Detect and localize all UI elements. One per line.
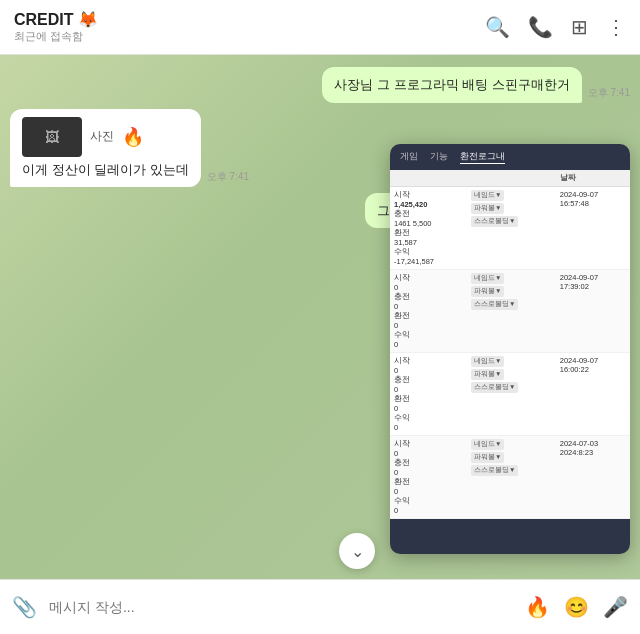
select-option[interactable]: 스스로볼딩▼ (471, 299, 518, 310)
select-option[interactable]: 네임드▼ (471, 273, 504, 284)
select-option[interactable]: 네임드▼ (471, 190, 504, 201)
fire-icon[interactable]: 🔥 (525, 595, 550, 619)
contact-name: CREDIT 🦊 (14, 10, 98, 29)
cell-selects: 네임드▼ 파워볼▼ 스스로볼딩▼ (467, 270, 556, 353)
chevron-down-icon: ⌄ (351, 542, 364, 561)
tab-function[interactable]: 기능 (430, 150, 448, 164)
data-table: 날짜 시작 1,425,420 충전 1461 5,500 환전 31,587 … (390, 170, 630, 519)
cell-selects: 네임드▼ 파워볼▼ 스스로볼딩▼ (467, 436, 556, 519)
photo-message-bubble: 🖼 사진 🔥 이게 정산이 딜레이가 있는데 (10, 109, 201, 187)
cell-details: 시작 0 충전 0 환전 0 수익 0 (390, 436, 467, 519)
phone-icon[interactable]: 📞 (528, 15, 553, 39)
photo-label: 사진 (90, 128, 114, 145)
cell-selects: 네임드▼ 파워볼▼ 스스로볼딩▼ (467, 353, 556, 436)
table-row: 시작 1,425,420 충전 1461 5,500 환전 31,587 수익 … (390, 187, 630, 270)
input-bar: 📎 🔥 😊 🎤 (0, 579, 640, 634)
select-option[interactable]: 네임드▼ (471, 439, 504, 450)
message-time: 오후 7:41 (207, 170, 249, 184)
message-text: 사장님 그 프로그라믹 배팅 스핀구매한거 (334, 77, 569, 92)
table-row: 시작 0 충전 0 환전 0 수익 0 네임드▼ 파워볼▼ 스스로볼딩▼ (390, 270, 630, 353)
message-row: 오후 7:41 사장님 그 프로그라믹 배팅 스핀구매한거 (10, 67, 630, 103)
select-option[interactable]: 파워볼▼ (471, 452, 504, 463)
photo-thumbnail: 🖼 (22, 117, 82, 157)
cell-date: 2024-07-03 2024:8:23 (556, 436, 630, 519)
message-input[interactable] (49, 590, 513, 624)
cell-details: 시작 0 충전 0 환전 0 수익 0 (390, 353, 467, 436)
cell-date: 2024-09-07 16:57:48 (556, 187, 630, 270)
cell-date: 2024-09-07 16:00:22 (556, 353, 630, 436)
col-select (467, 170, 556, 187)
col-date: 날짜 (556, 170, 630, 187)
message-text: 이게 정산이 딜레이가 있는데 (22, 161, 189, 179)
input-actions: 🔥 😊 🎤 (525, 595, 628, 619)
select-option[interactable]: 스스로볼딩▼ (471, 216, 518, 227)
mic-icon[interactable]: 🎤 (603, 595, 628, 619)
select-option[interactable]: 네임드▼ (471, 356, 504, 367)
chat-header: CREDIT 🦊 최근에 접속함 🔍 📞 ⊞ ⋮ (0, 0, 640, 55)
col-info (390, 170, 467, 187)
screenshot-tabs: 게임 기능 환전로그내 (400, 150, 505, 164)
select-option[interactable]: 파워볼▼ (471, 286, 504, 297)
cell-date: 2024-09-07 17:39:02 (556, 270, 630, 353)
select-option[interactable]: 스스로볼딩▼ (471, 465, 518, 476)
table-row: 시작 0 충전 0 환전 0 수익 0 네임드▼ 파워볼▼ 스스로볼딩▼ (390, 353, 630, 436)
contact-status: 최근에 접속함 (14, 29, 98, 44)
select-option[interactable]: 스스로볼딩▼ (471, 382, 518, 393)
message-bubble: 사장님 그 프로그라믹 배팅 스핀구매한거 (322, 67, 581, 103)
screenshot-footer (390, 519, 630, 554)
table-row: 시작 0 충전 0 환전 0 수익 0 네임드▼ 파워볼▼ 스스로볼딩▼ (390, 436, 630, 519)
screenshot-card: 게임 기능 환전로그내 날짜 시작 1,425,420 충전 (390, 144, 630, 554)
scroll-down-button[interactable]: ⌄ (339, 533, 375, 569)
message-time: 오후 7:41 (588, 86, 630, 100)
screenshot-header: 게임 기능 환전로그내 (390, 144, 630, 170)
title-emoji: 🦊 (78, 10, 98, 29)
fire-emoji: 🔥 (122, 126, 144, 148)
attachment-icon[interactable]: 📎 (12, 595, 37, 619)
select-option[interactable]: 파워볼▼ (471, 203, 504, 214)
title-text: CREDIT (14, 11, 74, 29)
select-option[interactable]: 파워볼▼ (471, 369, 504, 380)
tab-game[interactable]: 게임 (400, 150, 418, 164)
screenshot-body: 날짜 시작 1,425,420 충전 1461 5,500 환전 31,587 … (390, 170, 630, 519)
cell-details: 시작 1,425,420 충전 1461 5,500 환전 31,587 수익 … (390, 187, 467, 270)
search-icon[interactable]: 🔍 (485, 15, 510, 39)
more-icon[interactable]: ⋮ (606, 15, 626, 39)
tab-exchange-log[interactable]: 환전로그내 (460, 150, 505, 164)
cell-details: 시작 0 충전 0 환전 0 수익 0 (390, 270, 467, 353)
emoji-icon[interactable]: 😊 (564, 595, 589, 619)
contact-info: CREDIT 🦊 최근에 접속함 (14, 10, 98, 44)
layout-icon[interactable]: ⊞ (571, 15, 588, 39)
header-actions: 🔍 📞 ⊞ ⋮ (485, 15, 626, 39)
cell-selects: 네임드▼ 파워볼▼ 스스로볼딩▼ (467, 187, 556, 270)
